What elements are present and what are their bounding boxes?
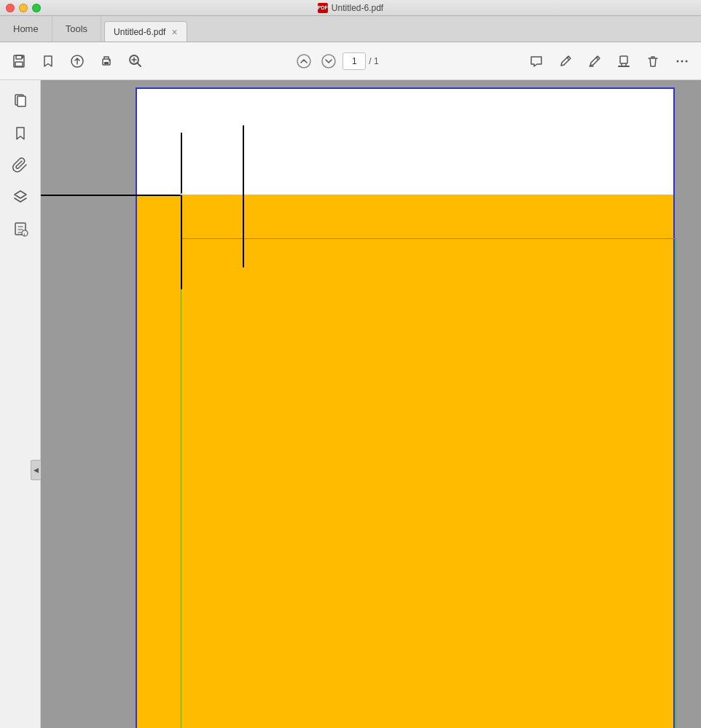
- crosshair-horizontal: [41, 195, 182, 196]
- titlebar: PDF Untitled-6.pdf: [0, 0, 701, 16]
- upload-button[interactable]: [64, 48, 90, 74]
- bookmark-button[interactable]: [35, 48, 61, 74]
- document-canvas: [41, 80, 701, 728]
- left-sidebar: i ◀: [0, 80, 41, 728]
- nav-tabs: Home Tools: [0, 16, 101, 42]
- page-up-button[interactable]: [293, 50, 315, 72]
- guide-line-vertical: [243, 125, 244, 267]
- stamp-button[interactable]: [611, 48, 637, 74]
- pdf-icon: PDF: [318, 3, 328, 13]
- search-zoom-button[interactable]: [122, 48, 149, 74]
- sidebar-collapse-button[interactable]: ◀: [31, 460, 41, 480]
- svg-point-14: [686, 60, 688, 62]
- minimize-button[interactable]: [19, 4, 28, 12]
- svg-point-7: [109, 60, 110, 61]
- sidebar-attach-button[interactable]: [6, 150, 35, 179]
- page-navigation: / 1: [293, 50, 378, 72]
- sign-button[interactable]: [581, 48, 608, 74]
- toolbar: / 1: [0, 42, 701, 80]
- window-title: PDF Untitled-6.pdf: [318, 3, 383, 13]
- collapse-icon: ◀: [34, 466, 39, 474]
- sidebar-bookmark-button[interactable]: [6, 118, 35, 147]
- sidebar-info-button[interactable]: i: [6, 214, 35, 243]
- svg-point-13: [681, 60, 684, 62]
- more-button[interactable]: [669, 48, 695, 74]
- window-controls: [6, 4, 41, 12]
- svg-rect-2: [15, 62, 23, 66]
- pdf-page: [136, 87, 675, 728]
- svg-point-9: [297, 55, 310, 68]
- svg-rect-3: [22, 56, 23, 58]
- svg-point-12: [677, 60, 679, 62]
- tools-tab[interactable]: Tools: [52, 16, 101, 42]
- home-tab[interactable]: Home: [0, 16, 52, 42]
- title-text: Untitled-6.pdf: [332, 3, 383, 13]
- print-button[interactable]: [93, 48, 120, 74]
- doc-tab-label: Untitled-6.pdf: [114, 27, 165, 37]
- svg-rect-6: [104, 62, 109, 64]
- pdf-content-area: [137, 195, 673, 728]
- tabbar: Home Tools Untitled-6.pdf ×: [0, 16, 701, 42]
- close-tab-button[interactable]: ×: [171, 27, 177, 37]
- document-tab[interactable]: Untitled-6.pdf ×: [104, 21, 187, 42]
- svg-rect-1: [16, 55, 22, 59]
- svg-rect-11: [620, 56, 627, 63]
- svg-point-10: [322, 55, 335, 68]
- page-down-button[interactable]: [318, 50, 340, 72]
- sidebar-pages-button[interactable]: [6, 86, 35, 115]
- save-button[interactable]: [6, 48, 32, 74]
- page-number-input[interactable]: [342, 52, 366, 70]
- toolbar-right: [523, 48, 695, 74]
- pen-button[interactable]: [552, 48, 579, 74]
- maximize-button[interactable]: [32, 4, 41, 12]
- comment-button[interactable]: [523, 48, 549, 74]
- trash-button[interactable]: [640, 48, 666, 74]
- sidebar-layers-button[interactable]: [6, 182, 35, 211]
- svg-rect-16: [17, 96, 26, 106]
- cursor-indicator: [180, 193, 182, 195]
- crosshair-vertical: [181, 133, 182, 289]
- main-area: i ◀: [0, 80, 701, 728]
- page-total: / 1: [369, 56, 378, 66]
- close-button[interactable]: [6, 4, 15, 12]
- document-area[interactable]: [41, 80, 701, 728]
